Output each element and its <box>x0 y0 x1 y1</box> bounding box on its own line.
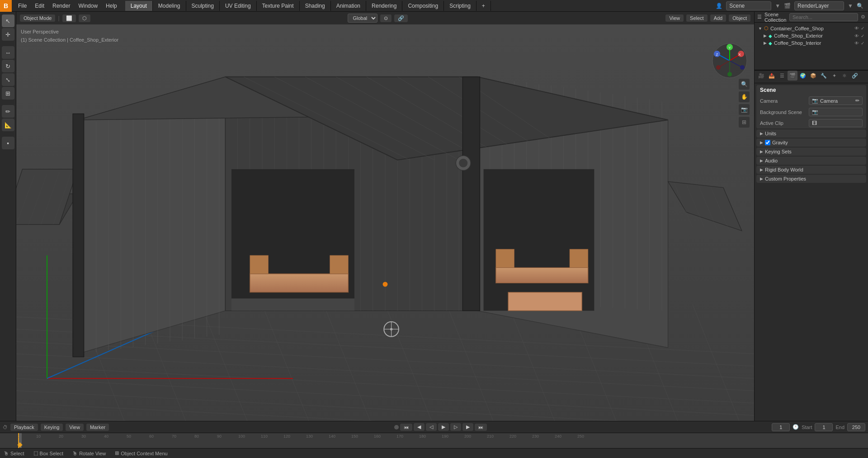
bg-scene-value[interactable]: 📷 <box>809 108 863 116</box>
viewport-overlay-btn[interactable]: ⬡ <box>79 14 90 22</box>
prev-frame-btn[interactable]: ◀ <box>414 423 425 431</box>
outliner-item-interior[interactable]: ▶ ◆ Coffee_Shop_Interior 👁 ✓ <box>755 39 868 47</box>
prop-world-icon[interactable]: 🌍 <box>798 71 808 81</box>
filter-icon[interactable]: ⚙ <box>861 14 865 20</box>
scene-name-input[interactable] <box>726 1 771 10</box>
search-icon[interactable]: 🔍 <box>857 3 863 9</box>
prop-constraints-icon[interactable]: 🔗 <box>850 71 860 81</box>
visibility-icon-3[interactable]: 👁 <box>854 41 859 46</box>
menu-render[interactable]: Render <box>49 2 74 10</box>
object-mode-btn[interactable]: Object Mode <box>20 14 55 22</box>
exclude-icon-3[interactable]: ✓ <box>861 41 864 46</box>
tab-animation[interactable]: Animation <box>331 1 366 11</box>
keying-sets-row[interactable]: ▶ Keying Sets <box>756 148 866 156</box>
transform-tool-btn[interactable]: ⊞ <box>2 87 14 100</box>
current-frame-input[interactable]: 1 <box>772 423 790 431</box>
bg-scene-row: Background Scene 📷 <box>756 106 866 118</box>
menu-help[interactable]: Help <box>102 2 121 10</box>
measure-tool-btn[interactable]: 📐 <box>2 119 14 131</box>
tab-texture-paint[interactable]: Texture Paint <box>257 1 300 11</box>
svg-rect-104 <box>508 292 582 311</box>
tab-shading[interactable]: Shading <box>300 1 331 11</box>
end-frame-input[interactable] <box>847 423 865 431</box>
render-layer-input[interactable] <box>794 1 844 10</box>
marker-btn[interactable]: Marker <box>86 424 109 431</box>
viewport-shading-btn[interactable]: ⬜ <box>62 14 76 22</box>
keying-btn[interactable]: Keying <box>41 424 63 431</box>
tab-uv-editing[interactable]: UV Editing <box>220 1 257 11</box>
camera-value[interactable]: 📷 Camera ✏ <box>809 96 863 105</box>
svg-marker-99 <box>330 255 349 274</box>
prop-viewlayer-icon[interactable]: ☰ <box>777 71 787 81</box>
play-btn[interactable]: ▶ <box>438 423 449 431</box>
tab-rendering[interactable]: Rendering <box>366 1 402 11</box>
tab-scripting[interactable]: Scripting <box>444 1 476 11</box>
jump-end-btn[interactable]: ⏭ <box>475 424 487 431</box>
annotate-tool-btn[interactable]: ✏ <box>2 105 14 118</box>
exclude-icon[interactable]: ✓ <box>861 26 864 31</box>
object-btn[interactable]: Object <box>729 14 750 22</box>
next-frame-btn[interactable]: ▶ <box>462 423 473 431</box>
select-tool-btn[interactable]: ↖ <box>2 14 14 27</box>
prop-output-icon[interactable]: 📤 <box>767 71 777 81</box>
view-btn-tl[interactable]: View <box>66 424 84 431</box>
timeline-body[interactable]: 1 10 20 30 40 50 60 70 80 90 100 110 120… <box>0 433 868 448</box>
gravity-row[interactable]: ▶ Gravity <box>756 138 866 147</box>
status-rotate: 🖱 Rotate View <box>72 451 106 456</box>
scene-section-title[interactable]: Scene <box>756 85 866 95</box>
outliner-item-container[interactable]: ▼ ⬡ Container_Coffee_Shop 👁 ✓ <box>755 24 868 32</box>
visibility-icon[interactable]: 👁 <box>854 26 859 31</box>
camera-btn[interactable]: 📷 <box>739 104 750 115</box>
transform-space-select[interactable]: Global <box>348 14 377 23</box>
prop-object-icon[interactable]: 📦 <box>808 71 818 81</box>
units-row[interactable]: ▶ Units <box>756 129 866 138</box>
grid-btn[interactable]: ⊞ <box>739 117 750 128</box>
tab-compositing[interactable]: Compositing <box>402 1 444 11</box>
viewport-canvas[interactable]: X Y Z 🔍 ✋ 📷 ⊞ <box>16 24 754 431</box>
nav-gizmo[interactable]: X Y Z <box>712 43 748 80</box>
record-btn[interactable] <box>394 425 399 429</box>
view-btn[interactable]: View <box>665 14 684 22</box>
outliner-item-exterior[interactable]: ▶ ◆ Coffee_Shop_Exterior 👁 ✓ <box>755 32 868 39</box>
prop-render-icon[interactable]: 🎥 <box>756 71 766 81</box>
audio-row[interactable]: ▶ Audio <box>756 157 866 165</box>
prop-scene-icon[interactable]: 🎬 <box>788 71 797 81</box>
active-clip-value[interactable]: 🎞 <box>809 119 863 127</box>
custom-props-row[interactable]: ▶ Custom Properties <box>756 175 866 183</box>
exclude-icon-2[interactable]: ✓ <box>861 33 864 38</box>
menu-edit[interactable]: Edit <box>31 2 48 10</box>
visibility-icon-2[interactable]: 👁 <box>854 33 859 38</box>
playback-btn[interactable]: Playback <box>10 424 38 431</box>
next-keyframe-btn[interactable]: ▷ <box>450 423 461 431</box>
menu-window[interactable]: Window <box>75 2 101 10</box>
select-btn[interactable]: Select <box>686 14 708 22</box>
scale-tool-btn[interactable]: ⤡ <box>2 73 14 86</box>
add-btn[interactable]: Add <box>710 14 726 22</box>
tab-layout[interactable]: Layout <box>125 1 153 11</box>
prop-physics-icon[interactable]: ⚛ <box>840 71 849 81</box>
rigid-body-row[interactable]: ▶ Rigid Body World <box>756 166 866 174</box>
tab-add[interactable]: + <box>476 1 491 11</box>
tab-modeling[interactable]: Modeling <box>153 1 186 11</box>
add-cube-btn[interactable]: ▪ <box>2 137 14 149</box>
camera-edit-icon[interactable]: ✏ <box>855 98 859 104</box>
file-menus: File Edit Render Window Help <box>12 2 123 10</box>
tick-220: 220 <box>509 434 516 439</box>
camera-label: Camera <box>760 98 805 104</box>
prop-modifier-icon[interactable]: 🔧 <box>819 71 829 81</box>
outliner-search[interactable] <box>789 13 858 21</box>
jump-start-btn[interactable]: ⏮ <box>400 424 412 431</box>
gravity-checkbox[interactable] <box>765 140 770 145</box>
zoom-in-btn[interactable]: 🔍 <box>739 79 750 90</box>
proportional-edit-btn[interactable]: ⊙ <box>380 14 392 22</box>
snap-btn[interactable]: 🔗 <box>394 14 408 22</box>
move-tool-btn[interactable]: ↔ <box>2 46 14 59</box>
rotate-tool-btn[interactable]: ↻ <box>2 60 14 72</box>
tab-sculpting[interactable]: Sculpting <box>186 1 220 11</box>
pan-btn[interactable]: ✋ <box>739 91 750 102</box>
menu-file[interactable]: File <box>14 2 30 10</box>
prev-keyframe-btn[interactable]: ◁ <box>426 423 437 431</box>
prop-particles-icon[interactable]: ✦ <box>829 71 839 81</box>
cursor-tool-btn[interactable]: ✛ <box>2 28 14 41</box>
start-frame-input[interactable] <box>815 423 833 431</box>
